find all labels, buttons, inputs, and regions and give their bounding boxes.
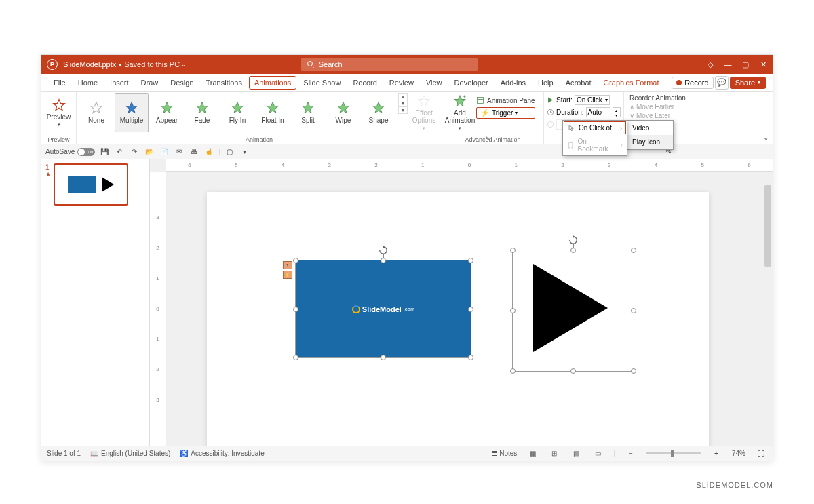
save-icon[interactable]: 💾 bbox=[99, 147, 110, 157]
video-content: SlideModel.com bbox=[296, 260, 471, 357]
star-icon bbox=[266, 101, 279, 115]
undo-button[interactable]: ↶ bbox=[114, 147, 125, 157]
anim-none[interactable]: None bbox=[79, 93, 113, 132]
anim-floatin[interactable]: Float In bbox=[256, 93, 290, 132]
normal-view-icon[interactable]: ▦ bbox=[526, 448, 539, 459]
svg-marker-17 bbox=[548, 97, 553, 102]
menu-on-click-of[interactable]: On Click of › bbox=[564, 121, 626, 134]
title-dropdown-icon[interactable]: ⌄ bbox=[181, 61, 187, 68]
coming-soon-icon[interactable]: ◇ bbox=[706, 60, 714, 69]
tab-record[interactable]: Record bbox=[347, 76, 382, 90]
gallery-down[interactable]: ▾ bbox=[399, 100, 407, 106]
gallery-more[interactable]: ▾ bbox=[399, 106, 407, 113]
qat-touch-icon[interactable]: ☝ bbox=[204, 147, 214, 157]
svg-marker-6 bbox=[197, 102, 208, 113]
clock-icon bbox=[547, 121, 554, 128]
tab-developer[interactable]: Developer bbox=[449, 76, 494, 90]
search-box[interactable]: Search bbox=[301, 58, 478, 71]
tab-slideshow[interactable]: Slide Show bbox=[298, 76, 346, 90]
add-animation-button[interactable]: + Add Animation▾ bbox=[445, 93, 475, 132]
vertical-scrollbar[interactable] bbox=[763, 172, 773, 446]
tab-file[interactable]: File bbox=[48, 76, 71, 90]
slide-counter: Slide 1 of 1 bbox=[47, 450, 81, 457]
tab-view[interactable]: View bbox=[421, 76, 448, 90]
book-icon: 📖 bbox=[90, 450, 98, 457]
zoom-in[interactable]: + bbox=[710, 448, 722, 459]
language-status[interactable]: 📖English (United States) bbox=[90, 450, 170, 457]
anim-appear[interactable]: Appear bbox=[150, 93, 184, 132]
tab-transitions[interactable]: Transitions bbox=[201, 76, 248, 90]
maximize-button[interactable]: ▢ bbox=[741, 60, 750, 69]
submenu-video[interactable]: Video bbox=[627, 121, 673, 135]
thumb-anim-icon: ★ bbox=[45, 171, 51, 178]
play-icon-shape[interactable] bbox=[512, 250, 634, 372]
duration-spinner[interactable]: ▴▾ bbox=[613, 107, 621, 117]
duration-input[interactable]: Auto bbox=[586, 107, 610, 117]
trigger-button[interactable]: ⚡ Trigger ▾ bbox=[476, 107, 535, 119]
submenu-play-icon[interactable]: Play Icon bbox=[627, 135, 673, 149]
editor-area: 1 ★ 6543210123456 3210123 bbox=[41, 159, 773, 446]
anim-wipe[interactable]: Wipe bbox=[326, 93, 360, 132]
anim-badge-2[interactable]: ⚡ bbox=[283, 271, 292, 279]
tab-review[interactable]: Review bbox=[384, 76, 419, 90]
qat-print-icon[interactable]: 🖶 bbox=[189, 147, 199, 157]
gallery-scroll: ▴ ▾ ▾ bbox=[398, 93, 408, 114]
zoom-slider[interactable] bbox=[646, 452, 701, 454]
close-button[interactable]: ✕ bbox=[759, 60, 767, 69]
notes-button[interactable]: ≣Notes bbox=[492, 450, 517, 457]
preview-button[interactable]: Preview▾ bbox=[44, 93, 73, 132]
anim-split[interactable]: Split bbox=[291, 93, 325, 132]
qat-more-icon[interactable]: ▾ bbox=[239, 147, 250, 157]
autosave-toggle[interactable]: AutoSave Off bbox=[45, 148, 95, 156]
tab-draw[interactable]: Draw bbox=[136, 76, 164, 90]
anim-flyin[interactable]: Fly In bbox=[220, 93, 254, 132]
tab-addins[interactable]: Add-ins bbox=[495, 76, 531, 90]
reading-view-icon[interactable]: ▤ bbox=[570, 448, 582, 459]
collapse-ribbon[interactable]: ⌄ bbox=[763, 134, 769, 141]
star-icon bbox=[336, 101, 350, 115]
qat-slideshow-icon[interactable]: ▢ bbox=[225, 147, 235, 157]
zoom-out[interactable]: − bbox=[625, 448, 637, 459]
tab-animations[interactable]: Animations bbox=[249, 76, 296, 90]
anim-fade[interactable]: Fade bbox=[185, 93, 219, 132]
tab-graphics-format[interactable]: Graphics Format bbox=[598, 76, 665, 90]
tab-insert[interactable]: Insert bbox=[104, 76, 134, 90]
anim-badge-1[interactable]: 1 bbox=[283, 261, 292, 269]
svg-point-0 bbox=[307, 62, 312, 66]
video-shape[interactable]: SlideModel.com bbox=[295, 260, 471, 358]
start-dropdown[interactable]: On Click▾ bbox=[575, 95, 610, 105]
share-button[interactable]: Share▾ bbox=[730, 77, 766, 89]
tab-acrobat[interactable]: Acrobat bbox=[560, 76, 597, 90]
qat-new-icon[interactable]: 📄 bbox=[159, 147, 170, 157]
star-icon bbox=[125, 101, 138, 115]
tab-help[interactable]: Help bbox=[532, 76, 559, 90]
svg-point-21 bbox=[547, 121, 553, 127]
svg-marker-9 bbox=[303, 102, 314, 113]
slide-thumbnail-1[interactable] bbox=[54, 163, 128, 206]
anim-shape[interactable]: Shape bbox=[362, 93, 395, 132]
comments-button[interactable]: 💬 bbox=[715, 76, 729, 90]
reorder-title: Reorder Animation bbox=[629, 94, 686, 102]
zoom-level[interactable]: 74% bbox=[732, 450, 745, 457]
slide-canvas[interactable]: SlideModel.com 1 ⚡ bbox=[166, 172, 773, 446]
svg-marker-7 bbox=[232, 102, 244, 113]
minimize-button[interactable]: — bbox=[724, 60, 732, 69]
start-field: Start: On Click▾ bbox=[547, 94, 621, 106]
gallery-up[interactable]: ▴ bbox=[399, 94, 407, 100]
accessibility-status[interactable]: ♿Accessibility: Investigate bbox=[180, 450, 264, 457]
qat-folder-icon[interactable]: 📂 bbox=[144, 147, 155, 157]
anim-multiple[interactable]: Multiple bbox=[115, 93, 149, 132]
tab-home[interactable]: Home bbox=[73, 76, 103, 90]
record-button[interactable]: Record bbox=[672, 77, 713, 89]
tab-design[interactable]: Design bbox=[165, 76, 199, 90]
redo-button[interactable]: ↷ bbox=[129, 147, 140, 157]
slideshow-view-icon[interactable]: ▭ bbox=[592, 448, 604, 459]
animation-pane-button[interactable]: Animation Pane bbox=[476, 94, 535, 106]
fit-window-icon[interactable]: ⛶ bbox=[755, 448, 767, 459]
qat-mail-icon[interactable]: ✉ bbox=[174, 147, 185, 157]
star-icon bbox=[231, 101, 244, 115]
duration-field: Duration: Auto ▴▾ bbox=[547, 106, 621, 118]
animation-dialog-launcher[interactable]: ⬊ bbox=[485, 135, 490, 142]
sorter-view-icon[interactable]: ⊞ bbox=[548, 448, 560, 459]
title-bar: P SlideModel.pptx • Saved to this PC ⌄ S… bbox=[41, 55, 773, 74]
